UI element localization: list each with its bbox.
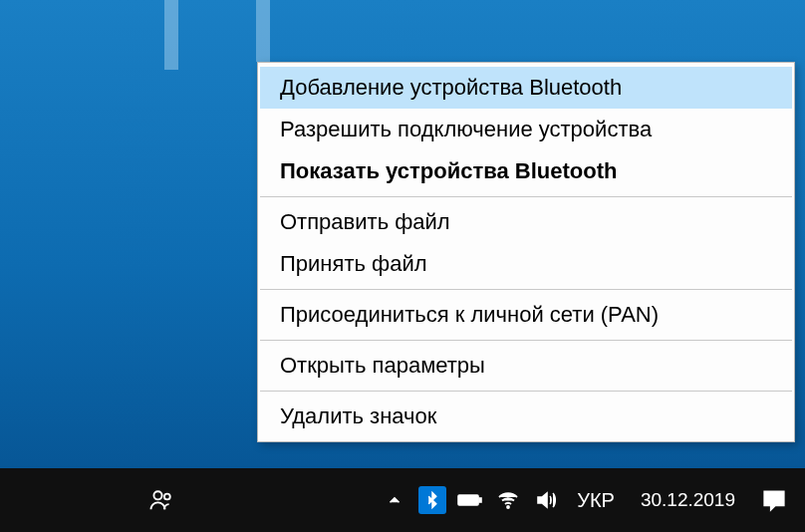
svg-point-5 <box>507 506 509 508</box>
menu-receive-file[interactable]: Принять файл <box>260 243 792 285</box>
taskbar-date: 30.12.2019 <box>641 488 735 513</box>
tray-chevron-up-icon[interactable] <box>376 468 413 532</box>
volume-icon[interactable] <box>527 468 565 532</box>
action-center-icon[interactable] <box>749 468 799 532</box>
menu-separator <box>260 196 792 197</box>
svg-point-0 <box>153 491 161 499</box>
system-tray: УКР 30.12.2019 <box>376 468 805 532</box>
people-icon[interactable] <box>139 468 183 532</box>
menu-separator <box>260 289 792 290</box>
bluetooth-context-menu: Добавление устройства Bluetooth Разрешит… <box>257 62 795 442</box>
menu-join-pan[interactable]: Присоединиться к личной сети (PAN) <box>260 294 792 336</box>
wifi-icon[interactable] <box>489 468 527 532</box>
menu-send-file[interactable]: Отправить файл <box>260 201 792 243</box>
svg-point-1 <box>164 494 170 500</box>
taskbar: УКР 30.12.2019 <box>0 468 805 532</box>
menu-add-bluetooth-device[interactable]: Добавление устройства Bluetooth <box>260 67 792 109</box>
taskbar-clock[interactable]: 30.12.2019 <box>627 468 749 532</box>
svg-rect-4 <box>460 497 472 503</box>
menu-separator <box>260 391 792 392</box>
menu-remove-icon[interactable]: Удалить значок <box>260 396 792 437</box>
menu-open-settings[interactable]: Открыть параметры <box>260 345 792 387</box>
svg-rect-3 <box>479 498 481 502</box>
battery-icon[interactable] <box>451 468 489 532</box>
menu-show-bluetooth-devices[interactable]: Показать устройства Bluetooth <box>260 150 792 192</box>
language-indicator[interactable]: УКР <box>565 468 627 532</box>
bluetooth-tray-icon[interactable] <box>413 468 451 532</box>
menu-allow-device-connect[interactable]: Разрешить подключение устройства <box>260 109 792 150</box>
menu-separator <box>260 340 792 341</box>
